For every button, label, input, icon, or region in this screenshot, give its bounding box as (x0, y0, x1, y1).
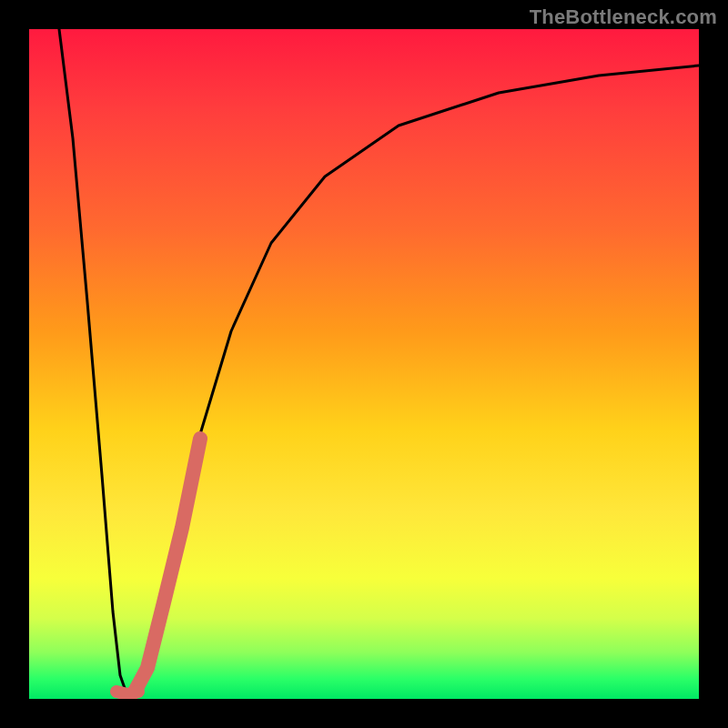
plot-area (29, 29, 699, 699)
chart-svg (29, 29, 699, 699)
min-marker (116, 692, 138, 694)
highlight-segment (135, 439, 200, 692)
bottleneck-curve (59, 29, 699, 693)
watermark-text: TheBottleneck.com (530, 5, 717, 29)
chart-frame: TheBottleneck.com (0, 0, 728, 728)
